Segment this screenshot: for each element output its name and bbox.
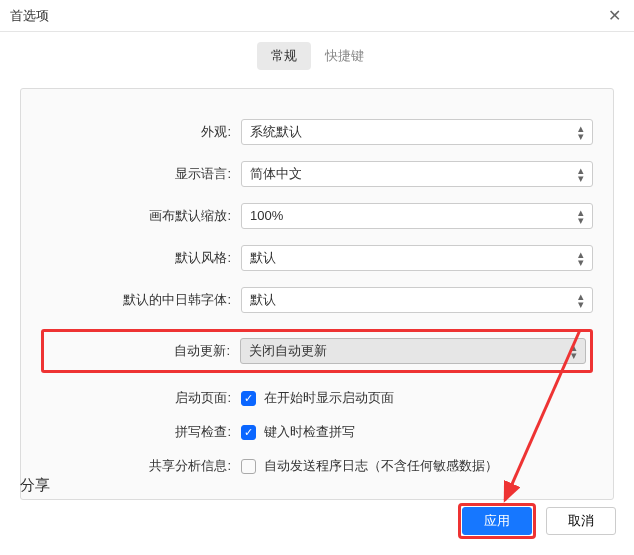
- chevron-updown-icon: ▴▾: [578, 292, 584, 308]
- titlebar: 首选项 ✕: [0, 0, 634, 32]
- select-language[interactable]: 简体中文 ▴▾: [241, 161, 593, 187]
- highlight-auto-update: 自动更新: 关闭自动更新 ▴▾: [41, 329, 593, 373]
- select-canvas-zoom[interactable]: 100% ▴▾: [241, 203, 593, 229]
- chevron-updown-icon: ▴▾: [571, 343, 577, 359]
- select-appearance[interactable]: 系统默认 ▴▾: [241, 119, 593, 145]
- checkbox-spell-check-label: 键入时检查拼写: [264, 423, 355, 441]
- label-auto-update: 自动更新:: [48, 342, 240, 360]
- checkbox-row-start-page: ✓ 在开始时显示启动页面: [241, 389, 394, 407]
- select-auto-update[interactable]: 关闭自动更新 ▴▾: [240, 338, 586, 364]
- select-canvas-zoom-value: 100%: [250, 204, 283, 228]
- chevron-updown-icon: ▴▾: [578, 208, 584, 224]
- checkbox-analytics[interactable]: [241, 459, 256, 474]
- label-canvas-zoom: 画布默认缩放:: [41, 207, 241, 225]
- label-appearance: 外观:: [41, 123, 241, 141]
- checkbox-analytics-label: 自动发送程序日志（不含任何敏感数据）: [264, 457, 498, 475]
- close-icon[interactable]: ✕: [604, 6, 624, 25]
- cancel-button[interactable]: 取消: [546, 507, 616, 535]
- label-cjk-font: 默认的中日韩字体:: [41, 291, 241, 309]
- tabs: 常规 快捷键: [0, 42, 634, 70]
- checkbox-start-page[interactable]: ✓: [241, 391, 256, 406]
- row-start-page: 启动页面: ✓ 在开始时显示启动页面: [41, 389, 593, 407]
- select-auto-update-value: 关闭自动更新: [249, 339, 327, 363]
- apply-button[interactable]: 应用: [462, 507, 532, 535]
- row-cjk-font: 默认的中日韩字体: 默认 ▴▾: [41, 287, 593, 313]
- row-spell-check: 拼写检查: ✓ 键入时检查拼写: [41, 423, 593, 441]
- label-analytics: 共享分析信息:: [41, 457, 241, 475]
- select-cjk-font[interactable]: 默认 ▴▾: [241, 287, 593, 313]
- row-canvas-zoom: 画布默认缩放: 100% ▴▾: [41, 203, 593, 229]
- select-appearance-value: 系统默认: [250, 120, 302, 144]
- checkbox-row-spell-check: ✓ 键入时检查拼写: [241, 423, 355, 441]
- checkbox-start-page-label: 在开始时显示启动页面: [264, 389, 394, 407]
- select-cjk-font-value: 默认: [250, 288, 276, 312]
- highlight-apply: 应用: [458, 503, 536, 539]
- chevron-updown-icon: ▴▾: [578, 124, 584, 140]
- tab-general[interactable]: 常规: [257, 42, 311, 70]
- select-default-style-value: 默认: [250, 246, 276, 270]
- row-default-style: 默认风格: 默认 ▴▾: [41, 245, 593, 271]
- chevron-updown-icon: ▴▾: [578, 250, 584, 266]
- label-default-style: 默认风格:: [41, 249, 241, 267]
- section-share-title: 分享: [20, 476, 50, 495]
- footer-buttons: 应用 取消: [458, 503, 616, 539]
- general-panel: 外观: 系统默认 ▴▾ 显示语言: 简体中文 ▴▾ 画布默认缩放: 100% ▴…: [20, 88, 614, 500]
- window-title: 首选项: [10, 7, 49, 25]
- row-analytics: 共享分析信息: 自动发送程序日志（不含任何敏感数据）: [41, 457, 593, 475]
- select-language-value: 简体中文: [250, 162, 302, 186]
- checkbox-spell-check[interactable]: ✓: [241, 425, 256, 440]
- row-language: 显示语言: 简体中文 ▴▾: [41, 161, 593, 187]
- row-appearance: 外观: 系统默认 ▴▾: [41, 119, 593, 145]
- select-default-style[interactable]: 默认 ▴▾: [241, 245, 593, 271]
- label-language: 显示语言:: [41, 165, 241, 183]
- label-spell-check: 拼写检查:: [41, 423, 241, 441]
- chevron-updown-icon: ▴▾: [578, 166, 584, 182]
- checkbox-row-analytics: 自动发送程序日志（不含任何敏感数据）: [241, 457, 498, 475]
- label-start-page: 启动页面:: [41, 389, 241, 407]
- tab-shortcuts[interactable]: 快捷键: [311, 42, 378, 70]
